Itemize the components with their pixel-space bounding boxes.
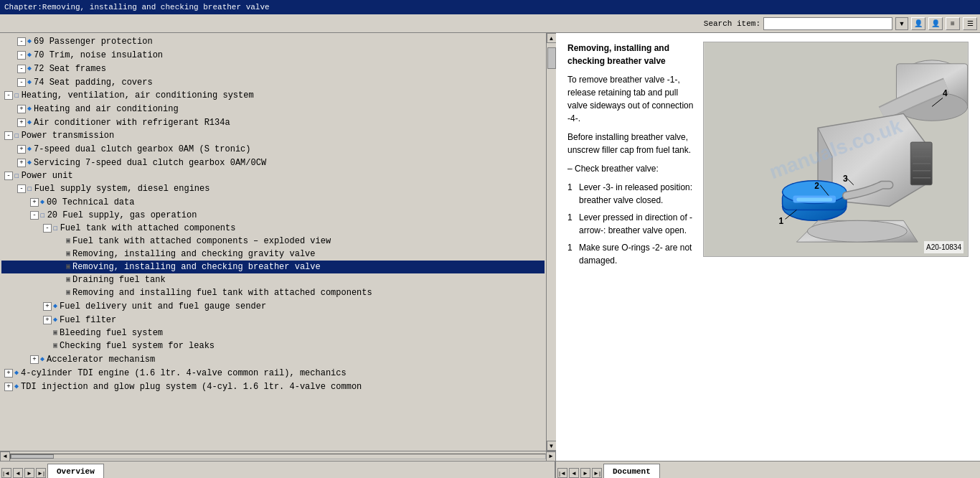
expand-icon-27[interactable]: + xyxy=(4,383,13,391)
page-icon-23: ▣ xyxy=(53,327,57,339)
tree-item-9[interactable]: +◆7-speed dual clutch gearbox 0AM (S tro… xyxy=(1,142,545,156)
tree-item-2[interactable]: -◆70 Trim, noise insulation xyxy=(1,48,545,62)
tree-item-20[interactable]: ▣Removing and installing fuel tank with … xyxy=(1,286,545,299)
tree-panel: -◆69 Passenger protection-◆70 Trim, nois… xyxy=(0,33,546,451)
expand-icon-1[interactable]: - xyxy=(17,37,26,46)
toolbar-menu-btn1[interactable]: ≡ xyxy=(946,17,960,30)
toolbar-menu-btn2[interactable]: ☰ xyxy=(963,17,977,30)
doc-title: Removing, installing and checking breath… xyxy=(567,42,694,67)
tree-item-6[interactable]: +◆Heating and air conditioning xyxy=(1,102,545,116)
tree-item-25[interactable]: +◆Accelerator mechanism xyxy=(1,352,545,366)
page-icon-18: ▣ xyxy=(66,261,70,273)
tree-label-8: Power transmission xyxy=(22,130,115,141)
tree-label-17: Removing, installing and checking gravit… xyxy=(72,248,315,260)
tree-item-12[interactable]: -☐Fuel supply system, diesel engines xyxy=(1,182,545,195)
expand-icon-2[interactable]: - xyxy=(17,51,26,60)
toolbar-dropdown-btn[interactable]: ▼ xyxy=(895,17,908,30)
diamond-icon-1: ◆ xyxy=(27,35,32,47)
tree-item-1[interactable]: -◆69 Passenger protection xyxy=(1,34,545,48)
tree-label-25: Accelerator mechanism xyxy=(47,354,155,365)
right-tab-nav-next[interactable]: ► xyxy=(580,468,590,478)
tree-item-3[interactable]: -◆72 Seat frames xyxy=(1,62,545,75)
folder-icon-11: ☐ xyxy=(14,170,19,182)
tree-item-10[interactable]: +◆Servicing 7-speed dual clutch gearbox … xyxy=(1,156,545,169)
diamond-icon-13: ◆ xyxy=(40,196,44,208)
expand-icon-8[interactable]: - xyxy=(4,131,13,140)
diamond-icon-27: ◆ xyxy=(14,380,19,393)
tree-label-9: 7-speed dual clutch gearbox 0AM (S troni… xyxy=(34,144,250,155)
expand-icon-5[interactable]: - xyxy=(4,91,13,100)
right-tab-nav-last[interactable]: ►| xyxy=(592,468,602,478)
hscroll-right-btn[interactable]: ► xyxy=(546,451,556,461)
vertical-scrollbar[interactable]: ▲ ▼ xyxy=(546,33,556,451)
tree-item-7[interactable]: +◆Air conditioner with refrigerant R134a xyxy=(1,116,545,129)
tree-item-11[interactable]: -☐Power unit xyxy=(1,169,545,182)
tree-item-21[interactable]: +◆Fuel delivery unit and fuel gauge send… xyxy=(1,299,545,313)
tab-nav-first[interactable]: |◄ xyxy=(1,468,11,478)
title-text: Chapter:Removing, installing and checkin… xyxy=(4,3,270,11)
tree-item-16[interactable]: ▣Fuel tank with attached components – ex… xyxy=(1,235,545,248)
tree-label-11: Power unit xyxy=(22,170,73,182)
search-input[interactable] xyxy=(763,17,892,30)
folder-icon-14: ☐ xyxy=(40,210,45,221)
expand-icon-6[interactable]: + xyxy=(17,105,26,113)
expand-icon-11[interactable]: - xyxy=(4,172,13,180)
expand-icon-21[interactable]: + xyxy=(43,302,52,311)
tree-item-5[interactable]: -☐Heating, ventilation, air conditioning… xyxy=(1,89,545,102)
tree-item-26[interactable]: +◆4-cylinder TDI engine (1.6 ltr. 4-valv… xyxy=(1,366,545,380)
expand-icon-25[interactable]: + xyxy=(30,355,39,364)
tree-label-5: Heating, ventilation, air conditioning s… xyxy=(22,90,254,101)
hscroll-left-btn[interactable]: ◄ xyxy=(0,451,10,461)
diamond-icon-6: ◆ xyxy=(27,103,32,115)
tree-item-22[interactable]: +◆Fuel filter xyxy=(1,313,545,327)
tree-item-17[interactable]: ▣Removing, installing and checking gravi… xyxy=(1,248,545,261)
tech-image-box: 1 2 3 4 xyxy=(703,42,969,257)
expand-icon-4[interactable]: - xyxy=(17,78,26,87)
expand-icon-10[interactable]: + xyxy=(17,159,26,167)
doc-text-area: Removing, installing and checking breath… xyxy=(567,42,694,452)
doc-bullet-1: – Check breather valve: xyxy=(567,162,694,175)
tree-item-24[interactable]: ▣Checking fuel system for leaks xyxy=(1,339,545,352)
document-content: Removing, installing and checking breath… xyxy=(556,33,980,461)
expand-icon-13[interactable]: + xyxy=(30,198,39,207)
expand-icon-26[interactable]: + xyxy=(4,369,13,378)
expand-icon-12[interactable]: - xyxy=(17,184,26,193)
expand-icon-14[interactable]: - xyxy=(30,211,39,220)
tab-nav-prev[interactable]: ◄ xyxy=(13,468,23,478)
svg-text:4: 4 xyxy=(943,88,948,98)
expand-icon-7[interactable]: + xyxy=(17,118,26,127)
scroll-down-btn[interactable]: ▼ xyxy=(547,441,557,451)
tab-overview[interactable]: Overview xyxy=(47,464,104,478)
tree-item-18[interactable]: ▣Removing, installing and checking breat… xyxy=(1,261,545,273)
tree-item-27[interactable]: +◆TDI injection and glow plug system (4-… xyxy=(1,380,545,393)
folder-icon-15: ☐ xyxy=(53,222,58,234)
tab-nav-last[interactable]: ►| xyxy=(36,468,46,478)
tree-label-13: 00 Technical data xyxy=(47,197,134,208)
tree-item-8[interactable]: -☐Power transmission xyxy=(1,129,545,142)
tree-label-15: Fuel tank with attached components xyxy=(60,222,236,234)
tab-nav-next[interactable]: ► xyxy=(24,468,34,478)
right-tab-nav-first[interactable]: |◄ xyxy=(557,468,567,478)
tree-item-13[interactable]: +◆00 Technical data xyxy=(1,195,545,209)
tree-item-23[interactable]: ▣Bleeding fuel system xyxy=(1,327,545,339)
tab-document[interactable]: Document xyxy=(603,464,660,478)
expand-icon-22[interactable]: + xyxy=(43,316,52,324)
expand-icon-15[interactable]: - xyxy=(43,224,52,233)
right-tab-nav-prev[interactable]: ◄ xyxy=(569,468,579,478)
right-tab-section: |◄ ◄ ► ►| Document xyxy=(556,464,980,478)
expand-icon-3[interactable]: - xyxy=(17,65,26,73)
folder-icon-5: ☐ xyxy=(14,90,19,101)
expand-icon-9[interactable]: + xyxy=(17,145,26,154)
tree-item-15[interactable]: -☐Fuel tank with attached components xyxy=(1,222,545,235)
diamond-icon-2: ◆ xyxy=(27,49,32,61)
tree-item-19[interactable]: ▣Draining fuel tank xyxy=(1,273,545,286)
diamond-icon-22: ◆ xyxy=(53,314,57,326)
tree-item-14[interactable]: -☐20 Fuel supply, gas operation xyxy=(1,209,545,222)
tree-label-2: 70 Trim, noise insulation xyxy=(34,50,163,61)
diamond-icon-4: ◆ xyxy=(27,76,32,88)
toolbar-user-btn1[interactable]: 👤 xyxy=(911,17,925,30)
toolbar-user-btn2[interactable]: 👤 xyxy=(928,17,943,30)
tree-item-4[interactable]: -◆74 Seat padding, covers xyxy=(1,75,545,89)
search-label: Search item: xyxy=(704,19,760,28)
scroll-up-btn[interactable]: ▲ xyxy=(547,33,557,43)
